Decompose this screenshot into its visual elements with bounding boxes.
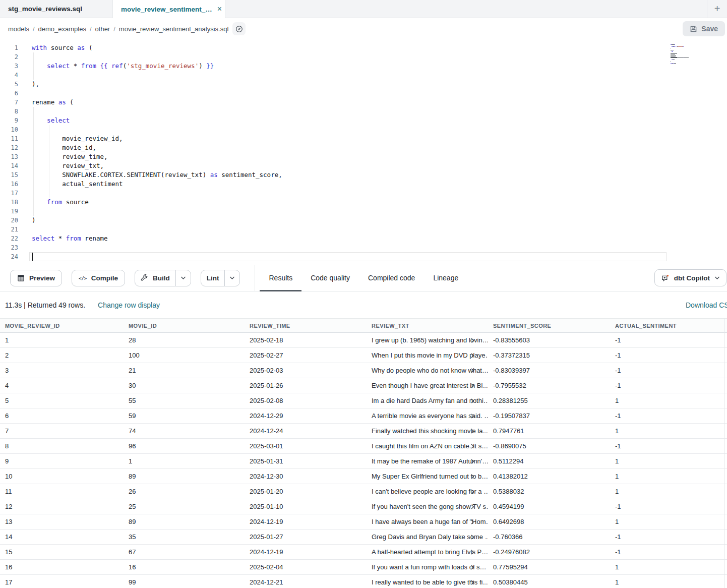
line-number: 20	[0, 216, 18, 225]
table-row: 912025-01-31It may be the remake of 1987…	[0, 454, 727, 469]
expand-cell-icon[interactable]	[470, 458, 475, 464]
expand-cell-icon[interactable]	[470, 504, 475, 509]
save-button[interactable]: Save	[683, 21, 725, 36]
cell-movie-review-id: 14	[0, 533, 124, 541]
breadcrumb-item-demo-examples[interactable]: demo_examples	[38, 25, 86, 33]
results-table-header: MOVIE_REVIEW_ID MOVIE_ID REVIEW_TIME REV…	[0, 318, 727, 333]
cell-review-time: 2024-12-21	[245, 578, 367, 586]
cell-movie-id: 25	[124, 503, 245, 510]
code-lines[interactable]: with source as ( select * from {{ ref('s…	[32, 43, 727, 261]
expand-cell-icon[interactable]	[470, 443, 475, 449]
tab-lineage-label: Lineage	[433, 274, 458, 282]
expand-cell-icon[interactable]	[470, 428, 475, 434]
code-line[interactable]	[32, 125, 727, 134]
code-line[interactable]: review_txt,	[32, 161, 727, 170]
cell-sentiment-score: 0.41382012	[488, 473, 610, 480]
expand-cell-icon[interactable]	[470, 337, 475, 343]
new-tab-button[interactable]: +	[707, 0, 727, 18]
query-status-text: 11.3s | Returned 49 rows.	[5, 301, 85, 309]
cell-sentiment-score: 0.7947761	[488, 427, 610, 435]
tab-results[interactable]: Results	[260, 265, 301, 291]
build-options-button[interactable]	[175, 270, 191, 286]
cell-review-time: 2025-03-01	[245, 442, 367, 450]
breadcrumb-item-models[interactable]: models	[8, 25, 29, 33]
code-line[interactable]: SNOWFLAKE.CORTEX.SENTIMENT(review_txt) a…	[32, 170, 727, 180]
build-button[interactable]: Build	[135, 270, 175, 286]
code-line[interactable]: actual_sentiment	[32, 180, 727, 189]
code-editor[interactable]: 123456789101112131415161718192021222324 …	[0, 39, 727, 265]
code-line[interactable]: select * from {{ ref('stg_movie_reviews'…	[32, 62, 727, 71]
chevron-down-icon	[229, 276, 235, 280]
code-line[interactable]: review_time,	[32, 152, 727, 161]
code-line[interactable]	[32, 243, 727, 252]
line-number: 5	[0, 80, 18, 89]
cell-sentiment-score: -0.7955532	[488, 382, 610, 389]
tab-compiled-code[interactable]: Compiled code	[359, 265, 424, 291]
locate-in-tree-button[interactable]	[232, 22, 246, 35]
save-label: Save	[701, 25, 718, 33]
cell-review-time: 2025-02-27	[245, 351, 367, 359]
tab-lineage[interactable]: Lineage	[424, 265, 467, 291]
expand-cell-icon[interactable]	[470, 579, 475, 585]
expand-cell-icon[interactable]	[470, 413, 475, 419]
code-line[interactable]: ),	[32, 80, 727, 89]
expand-cell-icon[interactable]	[470, 489, 475, 494]
table-row: 16162025-02-04If you want a fun romp wit…	[0, 560, 727, 575]
column-header-review-txt: REVIEW_TXT	[367, 323, 488, 329]
code-line[interactable]	[32, 207, 727, 216]
close-tab-icon[interactable]: ×	[217, 5, 222, 13]
results-table-body: 1282025-02-18I grew up (b. 1965) watchin…	[0, 333, 727, 588]
tab-movie-review-sentiment[interactable]: movie_review_sentiment_… ×	[112, 0, 225, 18]
code-line[interactable]: with source as (	[32, 43, 727, 52]
code-line[interactable]	[32, 225, 727, 234]
expand-cell-icon[interactable]	[470, 368, 475, 373]
cell-movie-id: 74	[124, 427, 245, 435]
code-line[interactable]: select * from rename	[32, 234, 727, 243]
expand-cell-icon[interactable]	[470, 534, 475, 540]
tab-code-quality[interactable]: Code quality	[301, 265, 359, 291]
expand-cell-icon[interactable]	[470, 352, 475, 358]
code-line[interactable]: movie_id,	[32, 143, 727, 152]
preview-button[interactable]: Preview	[10, 270, 62, 286]
code-line[interactable]: )	[32, 216, 727, 225]
cell-review-txt: Even though I have great interest in Bi…	[367, 382, 488, 389]
expand-cell-icon[interactable]	[470, 549, 475, 555]
code-line[interactable]	[32, 71, 727, 80]
expand-cell-icon[interactable]	[470, 519, 475, 524]
expand-cell-icon[interactable]	[470, 564, 475, 570]
cell-review-time: 2025-01-20	[245, 488, 367, 495]
expand-cell-icon[interactable]	[470, 383, 475, 388]
breadcrumb-item-other[interactable]: other	[95, 25, 110, 33]
download-csv-link[interactable]: Download CSV	[686, 301, 727, 309]
code-line[interactable]: from source	[32, 198, 727, 207]
expand-cell-icon[interactable]	[470, 398, 475, 403]
cell-sentiment-score: 0.4594199	[488, 503, 610, 510]
build-split-button: Build	[135, 270, 191, 286]
minimap[interactable]	[671, 44, 707, 66]
line-number: 12	[0, 143, 18, 152]
dbt-copilot-button[interactable]: dbt Copilot	[654, 269, 726, 286]
cell-movie-review-id: 7	[0, 427, 124, 435]
lint-options-button[interactable]	[224, 270, 239, 286]
code-line[interactable]	[32, 52, 727, 62]
code-line[interactable]: rename as (	[32, 98, 727, 107]
compile-button[interactable]: </> Compile	[72, 270, 125, 286]
cell-actual-sentiment: 1	[610, 457, 727, 465]
tab-stg-movie-reviews[interactable]: stg_movie_reviews.sql	[0, 0, 112, 18]
cell-actual-sentiment: -1	[610, 367, 727, 374]
line-number: 23	[0, 243, 18, 252]
table-row: 5552025-02-08Im a die hard Dads Army fan…	[0, 393, 727, 408]
expand-cell-icon[interactable]	[470, 474, 475, 479]
code-line[interactable]	[32, 107, 727, 116]
code-line[interactable]	[32, 89, 727, 98]
lint-split-button: Lint	[201, 270, 240, 286]
code-line[interactable]: select	[32, 116, 727, 125]
code-line[interactable]	[32, 189, 727, 198]
cell-sentiment-score: -0.83039397	[488, 367, 610, 374]
change-row-display-link[interactable]: Change row display	[98, 301, 160, 309]
line-number: 6	[0, 89, 18, 98]
code-line[interactable]: movie_review_id,	[32, 134, 727, 143]
lint-button[interactable]: Lint	[201, 270, 225, 286]
table-row: 13892024-12-19I have always been a huge …	[0, 514, 727, 530]
column-header-review-time: REVIEW_TIME	[245, 323, 367, 329]
